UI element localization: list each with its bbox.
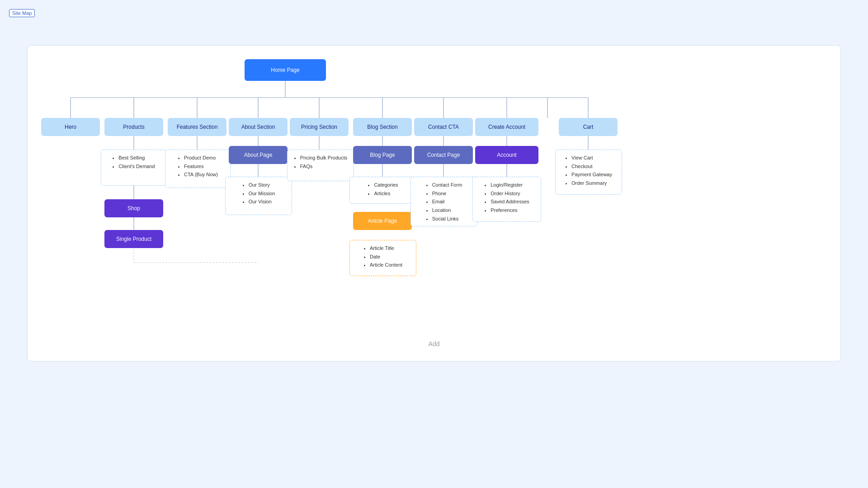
create-account-node[interactable]: Create Account: [475, 118, 538, 136]
features-section-node[interactable]: Features Section: [168, 118, 226, 136]
blog-page-node[interactable]: Blog Page: [353, 146, 412, 164]
page-wrapper: Site Map: [0, 0, 868, 488]
about-page-node[interactable]: About Page: [229, 146, 288, 164]
about-bullets: Our Story Our Mission Our Vision: [225, 177, 292, 215]
products-node[interactable]: Products: [104, 118, 163, 136]
blog-categories-bullets: Categories Articles: [349, 177, 416, 204]
canvas: Home Page Hero Products Features Section…: [27, 45, 841, 361]
pricing-bullets: Pricing Bulk Products FAQs: [287, 150, 354, 181]
contact-bullets: Contact Form Phone Email Location Social…: [410, 177, 477, 226]
about-section-node[interactable]: About Section: [229, 118, 288, 136]
cart-bullets: View Cart Checkout Payment Gateway Order…: [555, 150, 622, 195]
pricing-section-node[interactable]: Pricing Section: [290, 118, 349, 136]
cart-node[interactable]: Cart: [559, 118, 618, 136]
features-bullets: Product Demo Features CTA (Buy Now): [165, 150, 231, 188]
contact-cta-node[interactable]: Contact CTA: [414, 118, 473, 136]
site-map-label: Site Map: [9, 9, 35, 17]
blog-section-node[interactable]: Blog Section: [353, 118, 412, 136]
account-bullets: Login/Register Order History Saved Addre…: [472, 177, 541, 222]
single-product-node[interactable]: Single Product: [104, 230, 163, 248]
home-page-node[interactable]: Home Page: [245, 59, 326, 81]
products-bullets: Best Selling Client's Demand: [101, 150, 166, 186]
article-page-node[interactable]: Article Page: [353, 212, 412, 230]
hero-node[interactable]: Hero: [41, 118, 100, 136]
shop-node[interactable]: Shop: [104, 199, 163, 217]
add-label: Add: [429, 340, 440, 347]
article-bullets: Article Title Date Article Content: [349, 240, 416, 276]
contact-page-node[interactable]: Contact Page: [414, 146, 473, 164]
account-node[interactable]: Account: [475, 146, 538, 164]
